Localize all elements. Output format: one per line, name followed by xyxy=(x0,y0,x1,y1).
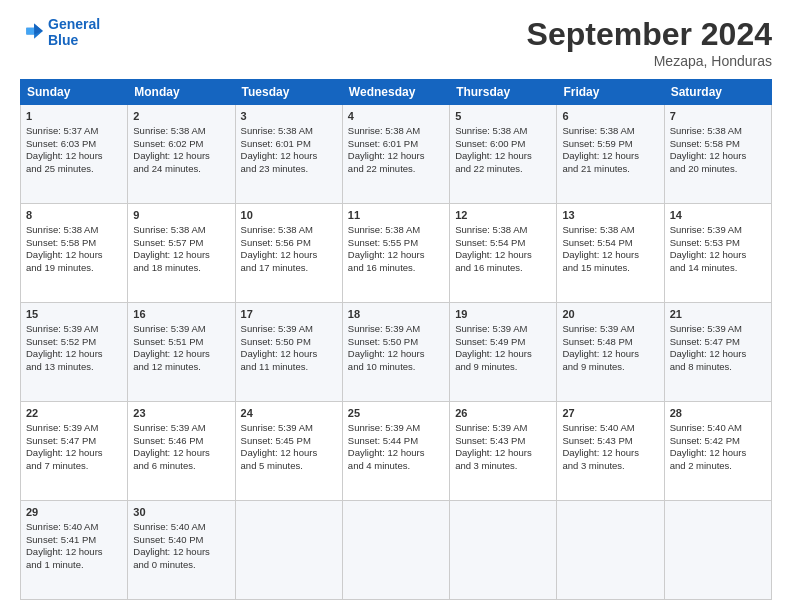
calendar-cell: 26Sunrise: 5:39 AMSunset: 5:43 PMDayligh… xyxy=(450,402,557,501)
col-thursday: Thursday xyxy=(450,80,557,105)
cell-info: Sunrise: 5:40 AMSunset: 5:43 PMDaylight:… xyxy=(562,422,658,473)
calendar-cell: 17Sunrise: 5:39 AMSunset: 5:50 PMDayligh… xyxy=(235,303,342,402)
cell-info: Sunrise: 5:40 AMSunset: 5:41 PMDaylight:… xyxy=(26,521,122,572)
calendar-cell: 18Sunrise: 5:39 AMSunset: 5:50 PMDayligh… xyxy=(342,303,449,402)
calendar-cell: 14Sunrise: 5:39 AMSunset: 5:53 PMDayligh… xyxy=(664,204,771,303)
day-number: 16 xyxy=(133,307,229,322)
logo: General Blue xyxy=(20,16,100,48)
col-wednesday: Wednesday xyxy=(342,80,449,105)
calendar-cell: 29Sunrise: 5:40 AMSunset: 5:41 PMDayligh… xyxy=(21,501,128,600)
calendar-cell: 3Sunrise: 5:38 AMSunset: 6:01 PMDaylight… xyxy=(235,105,342,204)
day-number: 1 xyxy=(26,109,122,124)
col-saturday: Saturday xyxy=(664,80,771,105)
cell-info: Sunrise: 5:38 AMSunset: 6:00 PMDaylight:… xyxy=(455,125,551,176)
calendar-cell: 28Sunrise: 5:40 AMSunset: 5:42 PMDayligh… xyxy=(664,402,771,501)
day-number: 8 xyxy=(26,208,122,223)
calendar-cell: 24Sunrise: 5:39 AMSunset: 5:45 PMDayligh… xyxy=(235,402,342,501)
cell-info: Sunrise: 5:39 AMSunset: 5:49 PMDaylight:… xyxy=(455,323,551,374)
cell-info: Sunrise: 5:38 AMSunset: 6:01 PMDaylight:… xyxy=(241,125,337,176)
calendar-cell: 4Sunrise: 5:38 AMSunset: 6:01 PMDaylight… xyxy=(342,105,449,204)
cell-info: Sunrise: 5:40 AMSunset: 5:40 PMDaylight:… xyxy=(133,521,229,572)
calendar-cell: 15Sunrise: 5:39 AMSunset: 5:52 PMDayligh… xyxy=(21,303,128,402)
cell-info: Sunrise: 5:38 AMSunset: 5:54 PMDaylight:… xyxy=(562,224,658,275)
calendar-cell: 7Sunrise: 5:38 AMSunset: 5:58 PMDaylight… xyxy=(664,105,771,204)
page: General Blue September 2024 Mezapa, Hond… xyxy=(0,0,792,612)
cell-info: Sunrise: 5:38 AMSunset: 5:55 PMDaylight:… xyxy=(348,224,444,275)
col-friday: Friday xyxy=(557,80,664,105)
calendar-cell: 13Sunrise: 5:38 AMSunset: 5:54 PMDayligh… xyxy=(557,204,664,303)
cell-info: Sunrise: 5:39 AMSunset: 5:43 PMDaylight:… xyxy=(455,422,551,473)
day-number: 29 xyxy=(26,505,122,520)
cell-info: Sunrise: 5:39 AMSunset: 5:50 PMDaylight:… xyxy=(241,323,337,374)
cell-info: Sunrise: 5:40 AMSunset: 5:42 PMDaylight:… xyxy=(670,422,766,473)
cell-info: Sunrise: 5:39 AMSunset: 5:47 PMDaylight:… xyxy=(670,323,766,374)
cell-info: Sunrise: 5:38 AMSunset: 5:58 PMDaylight:… xyxy=(26,224,122,275)
cell-info: Sunrise: 5:39 AMSunset: 5:45 PMDaylight:… xyxy=(241,422,337,473)
day-number: 15 xyxy=(26,307,122,322)
day-number: 12 xyxy=(455,208,551,223)
calendar-cell: 19Sunrise: 5:39 AMSunset: 5:49 PMDayligh… xyxy=(450,303,557,402)
day-number: 7 xyxy=(670,109,766,124)
day-number: 27 xyxy=(562,406,658,421)
month-title: September 2024 xyxy=(527,16,772,53)
cell-info: Sunrise: 5:37 AMSunset: 6:03 PMDaylight:… xyxy=(26,125,122,176)
calendar-cell xyxy=(342,501,449,600)
col-sunday: Sunday xyxy=(21,80,128,105)
day-number: 9 xyxy=(133,208,229,223)
day-number: 17 xyxy=(241,307,337,322)
day-number: 26 xyxy=(455,406,551,421)
calendar-cell: 27Sunrise: 5:40 AMSunset: 5:43 PMDayligh… xyxy=(557,402,664,501)
logo-text2: Blue xyxy=(48,32,100,48)
cell-info: Sunrise: 5:39 AMSunset: 5:50 PMDaylight:… xyxy=(348,323,444,374)
day-number: 22 xyxy=(26,406,122,421)
col-monday: Monday xyxy=(128,80,235,105)
col-tuesday: Tuesday xyxy=(235,80,342,105)
day-number: 4 xyxy=(348,109,444,124)
calendar-week-row: 8Sunrise: 5:38 AMSunset: 5:58 PMDaylight… xyxy=(21,204,772,303)
day-number: 20 xyxy=(562,307,658,322)
day-number: 10 xyxy=(241,208,337,223)
cell-info: Sunrise: 5:39 AMSunset: 5:53 PMDaylight:… xyxy=(670,224,766,275)
day-number: 11 xyxy=(348,208,444,223)
cell-info: Sunrise: 5:38 AMSunset: 6:01 PMDaylight:… xyxy=(348,125,444,176)
logo-icon xyxy=(22,19,44,41)
calendar-cell xyxy=(557,501,664,600)
calendar-cell xyxy=(450,501,557,600)
day-number: 3 xyxy=(241,109,337,124)
cell-info: Sunrise: 5:39 AMSunset: 5:46 PMDaylight:… xyxy=(133,422,229,473)
calendar-header-row: Sunday Monday Tuesday Wednesday Thursday… xyxy=(21,80,772,105)
title-block: September 2024 Mezapa, Honduras xyxy=(527,16,772,69)
day-number: 21 xyxy=(670,307,766,322)
calendar-cell: 30Sunrise: 5:40 AMSunset: 5:40 PMDayligh… xyxy=(128,501,235,600)
header: General Blue September 2024 Mezapa, Hond… xyxy=(20,16,772,69)
calendar-week-row: 15Sunrise: 5:39 AMSunset: 5:52 PMDayligh… xyxy=(21,303,772,402)
day-number: 23 xyxy=(133,406,229,421)
cell-info: Sunrise: 5:39 AMSunset: 5:44 PMDaylight:… xyxy=(348,422,444,473)
calendar-week-row: 29Sunrise: 5:40 AMSunset: 5:41 PMDayligh… xyxy=(21,501,772,600)
day-number: 18 xyxy=(348,307,444,322)
day-number: 14 xyxy=(670,208,766,223)
cell-info: Sunrise: 5:39 AMSunset: 5:51 PMDaylight:… xyxy=(133,323,229,374)
calendar-cell: 23Sunrise: 5:39 AMSunset: 5:46 PMDayligh… xyxy=(128,402,235,501)
calendar-cell: 10Sunrise: 5:38 AMSunset: 5:56 PMDayligh… xyxy=(235,204,342,303)
cell-info: Sunrise: 5:38 AMSunset: 5:57 PMDaylight:… xyxy=(133,224,229,275)
calendar-week-row: 22Sunrise: 5:39 AMSunset: 5:47 PMDayligh… xyxy=(21,402,772,501)
day-number: 19 xyxy=(455,307,551,322)
calendar-cell: 11Sunrise: 5:38 AMSunset: 5:55 PMDayligh… xyxy=(342,204,449,303)
cell-info: Sunrise: 5:38 AMSunset: 5:59 PMDaylight:… xyxy=(562,125,658,176)
day-number: 28 xyxy=(670,406,766,421)
cell-info: Sunrise: 5:39 AMSunset: 5:47 PMDaylight:… xyxy=(26,422,122,473)
calendar-cell: 12Sunrise: 5:38 AMSunset: 5:54 PMDayligh… xyxy=(450,204,557,303)
day-number: 2 xyxy=(133,109,229,124)
calendar-table: Sunday Monday Tuesday Wednesday Thursday… xyxy=(20,79,772,600)
day-number: 24 xyxy=(241,406,337,421)
calendar-cell: 8Sunrise: 5:38 AMSunset: 5:58 PMDaylight… xyxy=(21,204,128,303)
cell-info: Sunrise: 5:38 AMSunset: 5:56 PMDaylight:… xyxy=(241,224,337,275)
calendar-cell: 5Sunrise: 5:38 AMSunset: 6:00 PMDaylight… xyxy=(450,105,557,204)
calendar-cell: 1Sunrise: 5:37 AMSunset: 6:03 PMDaylight… xyxy=(21,105,128,204)
calendar-cell: 2Sunrise: 5:38 AMSunset: 6:02 PMDaylight… xyxy=(128,105,235,204)
calendar-week-row: 1Sunrise: 5:37 AMSunset: 6:03 PMDaylight… xyxy=(21,105,772,204)
calendar-cell: 6Sunrise: 5:38 AMSunset: 5:59 PMDaylight… xyxy=(557,105,664,204)
cell-info: Sunrise: 5:38 AMSunset: 5:58 PMDaylight:… xyxy=(670,125,766,176)
calendar-cell: 22Sunrise: 5:39 AMSunset: 5:47 PMDayligh… xyxy=(21,402,128,501)
